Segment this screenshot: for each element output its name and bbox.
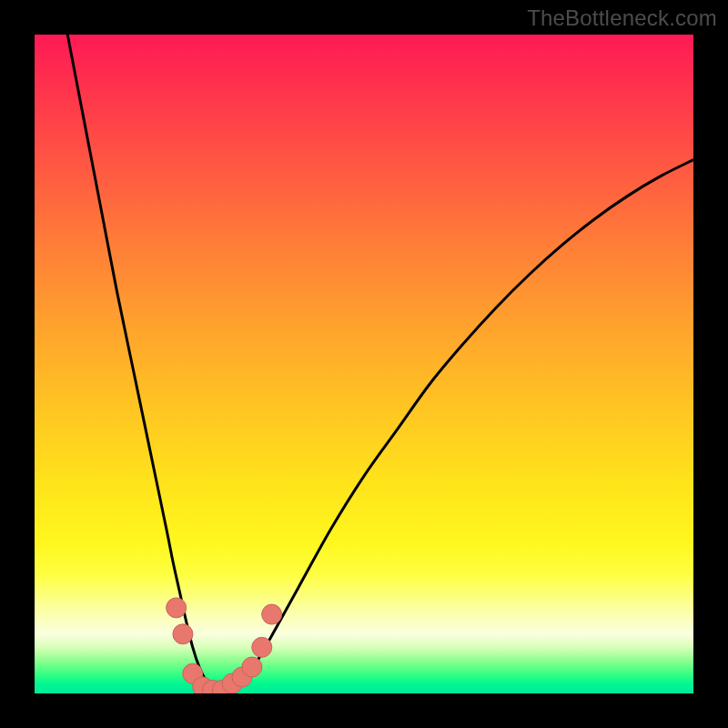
data-marker [262, 604, 282, 624]
bottleneck-curve-svg [35, 35, 693, 693]
plot-area [35, 35, 693, 693]
chart-frame: TheBottleneck.com [0, 0, 728, 728]
data-marker [252, 637, 272, 657]
watermark-text: TheBottleneck.com [527, 5, 717, 31]
data-marker [167, 598, 187, 618]
data-markers-group [167, 598, 282, 693]
data-marker [173, 624, 193, 644]
data-marker [242, 657, 262, 677]
curve-layer [67, 35, 693, 691]
bottleneck-curve-path [67, 35, 693, 691]
